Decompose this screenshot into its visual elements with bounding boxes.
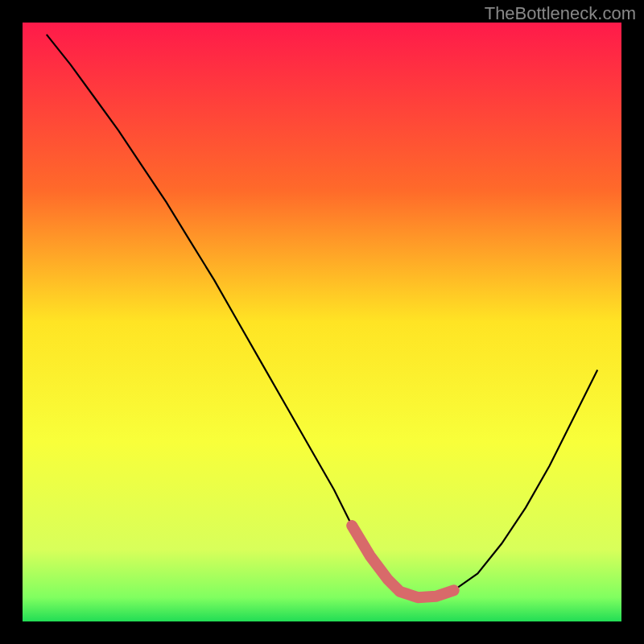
plot-background <box>23 23 621 621</box>
chart-container <box>0 0 644 644</box>
bottleneck-chart <box>0 0 644 644</box>
watermark-text: TheBottleneck.com <box>485 3 636 24</box>
